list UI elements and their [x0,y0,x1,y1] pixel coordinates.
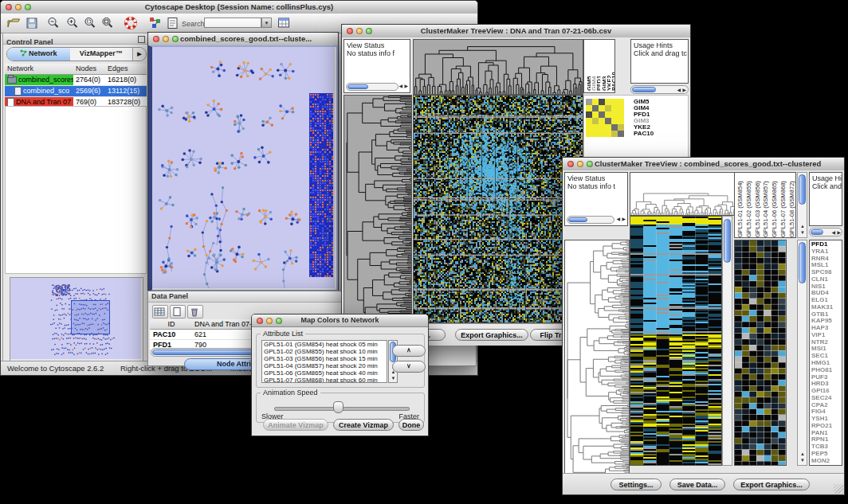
zoom-selected-icon[interactable] [83,16,97,30]
done-button[interactable]: Done [398,419,424,431]
settings-button[interactable]: Settings... [610,479,662,490]
treeview2-titlebar[interactable]: ClusterMaker TreeView : combined_scores_… [563,158,844,171]
save-data-button[interactable]: Save Data... [669,479,725,490]
scroll-right-arrow[interactable]: ▶ [404,84,408,89]
scroll-left-arrow[interactable]: ◀ [398,84,402,89]
global-heatmap[interactable] [630,216,722,466]
export-graphics-button[interactable]: Export Graphics... [733,479,810,490]
view-status-scrollbar[interactable] [346,83,398,91]
zoom-button[interactable] [172,36,179,42]
minimize-button[interactable] [163,36,169,42]
vizmap-modules-icon[interactable] [148,16,163,30]
tab-overflow-arrow[interactable]: ▶ [132,48,146,61]
resize-grip[interactable] [834,484,843,494]
close-button[interactable] [347,28,353,34]
usage-hints-text: Click and [812,182,842,190]
close-button[interactable] [567,161,574,167]
row-dendrogram[interactable] [344,95,412,323]
attribute-editor-icon[interactable] [277,16,291,30]
gene-name-list: PFD1YRA1RNR4MSL1SPC98CLN1NIS1BUD4ELG1MAK… [809,240,842,466]
help-lifesaver-icon[interactable] [124,16,138,30]
delete-trash-icon[interactable] [187,305,203,318]
search-dropdown-arrow[interactable]: ▼ [261,18,272,28]
zoom-button[interactable] [587,161,593,167]
column-dendrogram[interactable] [630,172,737,216]
row-dendrogram[interactable] [564,240,630,480]
minimize-button[interactable] [356,28,363,34]
desktop: { "palette":{ "network_bg":"#c9c9ef","se… [0,0,848,504]
zoom-button[interactable] [366,28,372,34]
column-labels-scrollbar[interactable]: ▲ ▼ [797,172,807,238]
usage-hints-scrollbar[interactable]: ◀ ▶ [809,228,842,236]
zoom-button[interactable] [276,318,282,324]
export-graphics-button[interactable]: Export Graphics... [455,329,528,341]
column-label: GIM3 [601,40,606,91]
tab-vizmapper[interactable]: VizMapper™ [70,48,133,61]
annotation-icon[interactable] [166,16,180,30]
gene-label[interactable]: MON2 [811,458,842,465]
open-file-icon[interactable] [6,16,21,30]
close-button[interactable] [257,318,263,324]
search-input[interactable] [204,18,261,28]
close-button[interactable] [153,36,159,42]
control-panel: Control Panel Network VizMapper™ ▶ Netwo… [2,33,149,362]
move-down-button[interactable]: ∨ [392,361,426,373]
zoom-heatmap[interactable] [734,240,787,466]
zoom-row-labels: GIM5GIM4PFD1GIM3YKE2PAC10 [634,99,654,137]
network-graph-canvas[interactable] [152,47,335,288]
attribute-list-item[interactable]: GPL51-03 (GSM856) heat shock 15 min [262,355,387,362]
network-overview-panel[interactable] [10,277,143,361]
scroll-left-arrow[interactable]: ◀ [616,217,620,222]
zoom-in-icon[interactable] [65,16,80,30]
network-table-header: Network Nodes Edges [5,64,147,75]
zoom-out-icon[interactable] [46,16,61,30]
heatmap-column-labels: GPL51-01 (GSM854)GPL51-02 (GSM855)GPL51-… [734,172,796,238]
dialog-titlebar[interactable]: Map Colors to Network [252,315,428,327]
create-vizmap-button[interactable]: Create Vizmap [333,419,394,431]
network-window-titlebar[interactable]: combined_scores_good.txt--cluste... [148,33,338,46]
attribute-list-item[interactable]: GPL51-02 (GSM855) heat shock 10 min [262,348,387,355]
global-heatmap[interactable] [413,95,583,323]
zoom-button[interactable] [25,4,31,10]
scroll-up-arrow[interactable]: ▲ [800,451,805,457]
scroll-left-arrow[interactable]: ◀ [831,230,835,236]
move-up-button[interactable]: ∧ [392,345,426,357]
zoom-heatmap[interactable] [586,99,624,137]
scroll-down-arrow[interactable]: ▼ [391,376,396,381]
float-panel-icon[interactable] [138,36,145,43]
network-table-row[interactable]: combined_scores 2764(0) 16218(0) [5,75,147,86]
window-controls [6,4,31,10]
scroll-right-arrow[interactable]: ▶ [682,88,686,93]
scroll-down-arrow[interactable]: ▼ [800,458,805,463]
attribute-list-item[interactable]: GPL51-04 (GSM857) heat shock 20 min [262,362,387,369]
scroll-up-arrow[interactable]: ▲ [800,224,805,229]
global-heatmap-scrollbar[interactable] [722,216,732,466]
usage-hints-label: Usage Hints [634,41,673,49]
network-canvas-frame [148,45,338,291]
minimize-button[interactable] [577,161,583,167]
minimize-button[interactable] [266,318,273,324]
scroll-left-arrow[interactable]: ◀ [677,88,681,93]
scroll-down-arrow[interactable]: ▼ [800,230,805,236]
animate-vizmap-button[interactable]: Animate Vizmap [263,419,328,431]
tab-network[interactable]: Network [7,48,70,61]
view-status-scrollbar[interactable] [567,216,614,224]
save-icon[interactable] [25,16,39,30]
scroll-right-arrow[interactable]: ▶ [837,230,841,236]
network-table-row[interactable]: combined_sco 2569(6) 13112(15) [5,86,147,97]
animation-speed-slider-thumb[interactable] [333,401,344,413]
zoom-fit-icon[interactable] [100,16,115,30]
column-dendrogram[interactable] [413,39,583,95]
attribute-list-item[interactable]: GPL51-07 (GSM868) heat shock 60 min [262,377,387,383]
main-titlebar[interactable]: Cytoscape Desktop (Session Name: collins… [1,1,477,14]
attribute-list-item[interactable]: GPL51-06 (GSM865) heat shock 40 min [262,369,387,377]
close-button[interactable] [6,4,12,10]
new-attribute-icon[interactable] [170,305,186,318]
table-grid-icon[interactable] [152,305,168,318]
usage-hints-scrollbar[interactable]: ◀ ▶ [630,85,689,94]
minimize-button[interactable] [15,4,22,10]
treeview1-titlebar[interactable]: ClusterMaker TreeView : DNA and Tran 07-… [342,25,690,38]
zoom-heatmap-scrollbar[interactable]: ▲ ▼ [797,240,807,466]
scroll-right-arrow[interactable]: ▶ [622,217,626,222]
attribute-list-item[interactable]: GPL51-01 (GSM854) heat shock 05 min [262,341,387,348]
